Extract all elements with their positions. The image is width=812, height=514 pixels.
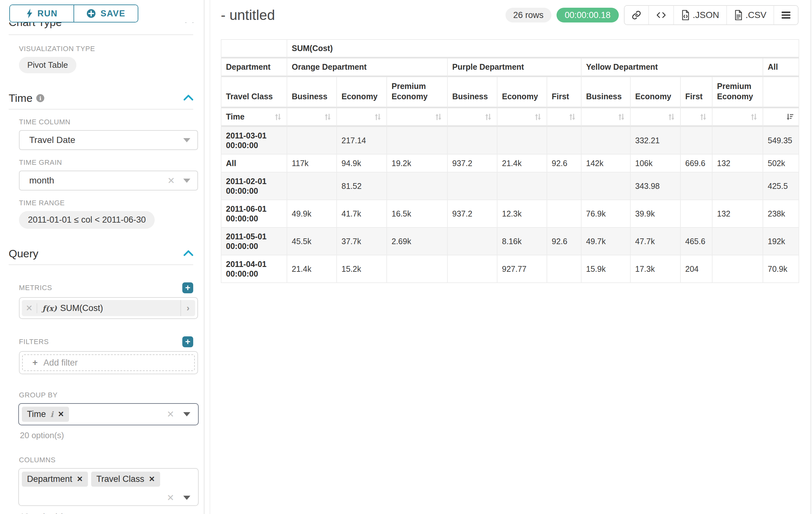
chevron-up-icon[interactable]	[183, 94, 193, 103]
metric-item[interactable]: ✕ ƒ(x) SUM(Cost) ›	[22, 300, 195, 316]
value-cell: 92.6	[547, 228, 582, 255]
add-filter-dropzone[interactable]: + Add filter	[22, 354, 195, 371]
row-header-cell: All	[222, 155, 287, 172]
chevron-right-icon[interactable]: ›	[180, 300, 195, 316]
export-csv-button[interactable]: .CSV	[726, 6, 774, 24]
sort-icon[interactable]	[323, 113, 332, 121]
row-header-cell: 2011-03-01 00:00:00	[222, 127, 287, 155]
sort-icon[interactable]	[699, 113, 707, 121]
time-column-select[interactable]: Travel Date	[19, 130, 198, 150]
value-cell	[448, 255, 497, 283]
sort-icon[interactable]	[374, 113, 382, 121]
file-code-icon	[681, 10, 690, 20]
remove-tag-icon[interactable]: ✕	[58, 410, 64, 418]
query-section-header[interactable]: Query	[9, 247, 193, 260]
department-group-header: All	[763, 58, 799, 77]
value-cell	[713, 255, 763, 283]
add-filter-label: Add filter	[43, 358, 78, 368]
value-cell: 204	[681, 255, 713, 283]
page-scrollbar[interactable]	[810, 0, 812, 514]
sort-icon[interactable]	[617, 113, 626, 121]
sort-icon[interactable]	[484, 113, 492, 121]
sort-icon[interactable]	[274, 113, 282, 121]
columns-label: COLUMNS	[19, 456, 204, 464]
more-options-button[interactable]	[774, 6, 798, 24]
chevron-down-icon[interactable]	[183, 412, 190, 416]
time-column-label: TIME COLUMN	[19, 118, 204, 126]
table-row: 2011-05-01 00:00:0045.5k37.7k2.69k8.16k9…	[222, 228, 799, 255]
travel-class-header: Economy	[631, 77, 681, 108]
travel-class-header: Business	[448, 77, 497, 108]
chart-title[interactable]: - untitled	[221, 7, 275, 23]
run-button[interactable]: RUN	[10, 5, 74, 22]
time-section-header[interactable]: Time i	[9, 92, 193, 104]
remove-metric-icon[interactable]: ✕	[22, 303, 37, 313]
sort-cell	[763, 108, 799, 127]
value-cell	[287, 127, 337, 155]
group-by-select[interactable]: Time i ✕ ✕	[18, 403, 199, 425]
value-cell: 937.2	[448, 155, 497, 172]
clear-icon[interactable]: ✕	[168, 175, 175, 186]
row-header-cell: 2011-04-01 00:00:00	[222, 255, 287, 283]
info-circle-icon: i	[36, 94, 44, 102]
add-filter-button[interactable]: +	[182, 336, 193, 347]
chevron-down-icon[interactable]	[183, 138, 190, 142]
travel-class-header: Business	[582, 77, 631, 108]
chevron-down-icon[interactable]	[183, 496, 190, 500]
group-by-tag[interactable]: Time i ✕	[22, 407, 69, 422]
row-header-cell: 2011-06-01 00:00:00	[222, 200, 287, 228]
sort-desc-active-icon[interactable]	[786, 113, 794, 121]
value-cell: 132	[713, 155, 763, 172]
plus-circle-icon	[86, 9, 96, 18]
chevron-down-icon[interactable]	[183, 179, 190, 183]
department-group-header: Purple Department	[448, 58, 582, 77]
visualization-type-value[interactable]: Pivot Table	[19, 57, 77, 73]
columns-options-hint: 19 option(s)	[20, 512, 204, 514]
value-cell: 19.2k	[387, 155, 448, 172]
value-cell	[287, 172, 337, 200]
chevron-up-icon[interactable]	[183, 250, 193, 258]
sort-icon[interactable]	[434, 113, 443, 121]
columns-tag[interactable]: Travel Class ✕	[91, 471, 160, 487]
copy-link-button[interactable]	[625, 6, 648, 24]
value-cell: 502k	[763, 155, 799, 172]
value-cell	[582, 172, 631, 200]
value-cell: 192k	[763, 228, 799, 255]
embed-code-button[interactable]	[648, 6, 673, 24]
value-cell	[497, 127, 547, 155]
columns-tag[interactable]: Department ✕	[22, 471, 88, 487]
panel-resizer[interactable]	[204, 0, 210, 514]
value-cell	[681, 127, 713, 155]
value-cell	[547, 127, 582, 155]
travel-class-header: First	[681, 77, 713, 108]
sort-icon[interactable]	[568, 113, 576, 121]
sort-icon[interactable]	[534, 113, 542, 121]
time-grain-select[interactable]: month ✕	[19, 170, 198, 190]
value-cell: 39.9k	[631, 200, 681, 228]
clear-icon[interactable]: ✕	[167, 492, 174, 503]
clear-icon[interactable]: ✕	[167, 409, 174, 420]
metrics-label: METRICS	[19, 284, 52, 292]
remove-tag-icon[interactable]: ✕	[149, 475, 155, 484]
remove-tag-icon[interactable]: ✕	[77, 475, 83, 484]
export-json-button[interactable]: .JSON	[673, 6, 726, 24]
value-cell: 106k	[631, 155, 681, 172]
value-cell	[547, 255, 582, 283]
value-cell: 70.9k	[763, 255, 799, 283]
sort-icon[interactable]	[750, 113, 758, 121]
row-header-cell: 2011-05-01 00:00:00	[222, 228, 287, 255]
value-cell: 12.3k	[497, 200, 547, 228]
sort-icon[interactable]	[667, 113, 675, 121]
sort-cell	[681, 108, 713, 127]
sort-cell	[547, 108, 582, 127]
value-cell: 76.9k	[582, 200, 631, 228]
department-group-header: Orange Department	[287, 58, 448, 77]
value-cell: 343.98	[631, 172, 681, 200]
add-metric-button[interactable]: +	[182, 282, 193, 293]
travel-class-header: First	[547, 77, 582, 108]
time-range-value[interactable]: 2011-01-01 ≤ col < 2011-06-30	[19, 211, 155, 229]
save-button[interactable]: SAVE	[74, 5, 138, 22]
time-grain-label: TIME GRAIN	[19, 158, 204, 167]
columns-select[interactable]: Department ✕ Travel Class ✕ ✕	[18, 468, 199, 506]
group-by-label: GROUP BY	[19, 391, 204, 399]
